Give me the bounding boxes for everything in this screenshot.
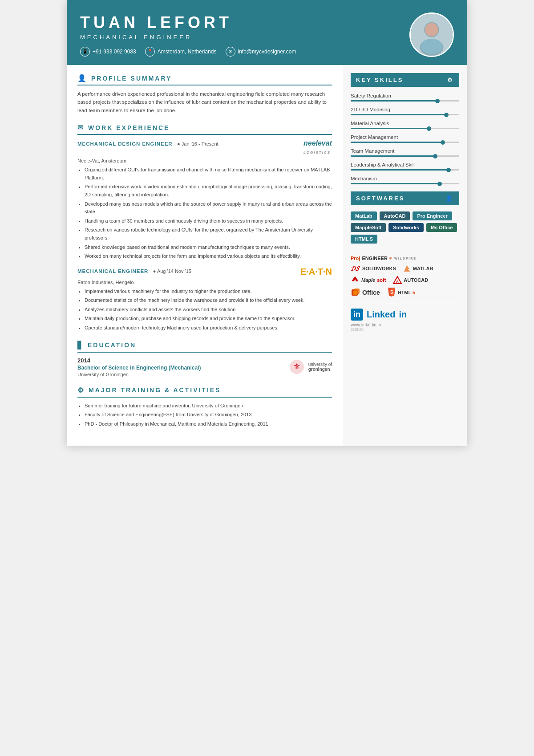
autocad-logo: A AUTOCAD — [393, 276, 428, 284]
education-entry: 2014 Bachelor of Science in Engineering … — [77, 357, 332, 377]
linkedin-row: in Linked in — [351, 309, 459, 321]
training-icon: ⚙ — [77, 386, 85, 394]
phone-icon: 📱 — [80, 47, 90, 57]
linkedin-logo: in — [351, 309, 363, 321]
education-section-title: ▋ EDUCATION — [77, 341, 332, 353]
bullet-2-2: Documented statistics of the machinery i… — [85, 297, 332, 305]
groningen-logo: ⚜ university ofgroningen — [289, 359, 332, 375]
contact-bar: 📱 +91-933 092 9083 📍 Amsterdam, Netherla… — [80, 47, 400, 57]
profile-text: A performance driven experienced profess… — [77, 90, 332, 114]
neele-logo: neelevatLOGISTICS — [303, 139, 332, 155]
linkedin-block: in Linked in www.linkedin.in 2k0k20 — [351, 309, 459, 332]
education-icon: ▋ — [77, 341, 84, 350]
profile-section: 👤 PROFILE SUMMARY A performance driven e… — [77, 74, 332, 114]
logo-row-1: Pro|ENGINEER® WILDFIRE — [351, 256, 459, 261]
job-date-2: ● Aug '14 Nov '15 — [153, 268, 191, 274]
job-title-date-1: MECHANICAL DESIGN ENGINEER ● Jan '16 - P… — [77, 139, 218, 147]
bullet-1-2: Performed extensive work in video motion… — [85, 183, 332, 199]
bullet-1-4: Handling a team of 30 members and contin… — [85, 217, 332, 225]
sw-tag-mapplesoft: MappleSoft — [351, 223, 386, 232]
sw-tag-autocad: AutoCAD — [380, 211, 410, 220]
profile-section-title: 👤 PROFILE SUMMARY — [77, 74, 332, 85]
bullet-2-3: Analyzes machinery conflicts and assists… — [85, 306, 332, 314]
header: TUAN LEFORT MECHANICAL ENGINEER 📱 +91-93… — [67, 0, 467, 65]
skill-mechanism: Mechanism — [351, 176, 459, 184]
skill-safety-regulation: Safety Regulation — [351, 93, 459, 102]
education-section: ▋ EDUCATION 2014 Bachelor of Science in … — [77, 341, 332, 377]
job-company-1: Neele-Vat, Amsterdam — [77, 158, 332, 163]
bullet-2-5: Operate standard/modern technology Machi… — [85, 324, 332, 332]
job-block-2: MECHANICAL ENGINEER ● Aug '14 Nov '15 E·… — [77, 267, 332, 332]
pro-engineer-logo: Pro|ENGINEER® WILDFIRE — [351, 256, 417, 261]
job-company-2: Eaton Industries, Hengelo — [77, 280, 332, 285]
candidate-title: MECHANICAL ENGINEER — [80, 34, 400, 41]
location-icon: 📍 — [145, 47, 155, 57]
sw-tag-html5: HTML 5 — [351, 235, 377, 244]
main-layout: 👤 PROFILE SUMMARY A performance driven e… — [67, 65, 467, 446]
email-text: info@mycvdesigner.com — [238, 49, 296, 55]
training-item-3: PhD - Doctor of Philosophy in Mechanical… — [85, 420, 332, 428]
skill-2d3d-modeling: 2D / 3D Modeling — [351, 107, 459, 115]
neele-logo-container: neelevatLOGISTICS — [303, 139, 332, 155]
eaton-logo: E·A·T·N — [300, 267, 332, 277]
svg-text:5: 5 — [390, 289, 393, 295]
logo-row-4: Office 5 HTML 5 — [351, 288, 459, 297]
location-item: 📍 Amsterdam, Netherlands — [145, 47, 217, 57]
header-text: TUAN LEFORT MECHANICAL ENGINEER 📱 +91-93… — [80, 13, 400, 57]
solidworks-logo: 𝓓𝓢 SOLIDWORKS — [351, 265, 396, 272]
linkedin-url: www.linkedin.in — [351, 322, 459, 327]
job-title-2: MECHANICAL ENGINEER — [77, 268, 148, 274]
svg-text:A: A — [396, 280, 399, 284]
sw-tag-ms-office: Ms Office — [426, 223, 457, 232]
eaton-logo-container: E·A·T·N — [300, 267, 332, 277]
edu-school: University of Groningen — [77, 372, 201, 377]
job-title-1: MECHANICAL DESIGN ENGINEER — [77, 141, 173, 146]
logo-row-3: Maplesoft A AUTOCAD — [351, 276, 459, 284]
profile-photo — [409, 12, 454, 57]
html5-logo: 5 HTML 5 — [387, 288, 416, 297]
watermark: 2k0k20 — [351, 327, 459, 332]
bullet-1-7: Worked on many technical projects for th… — [85, 252, 332, 260]
candidate-name: TUAN LEFORT — [80, 13, 400, 32]
edu-year: 2014 — [77, 357, 201, 364]
phone-number: +91-933 092 9083 — [93, 49, 136, 55]
training-section: ⚙ MAJOR TRAINING & ACTIVITIES Summer tra… — [77, 386, 332, 428]
training-section-title: ⚙ MAJOR TRAINING & ACTIVITIES — [77, 386, 332, 398]
job-header-2: MECHANICAL ENGINEER ● Aug '14 Nov '15 E·… — [77, 267, 332, 279]
location-text: Amsterdam, Netherlands — [158, 49, 217, 55]
svg-point-4 — [421, 39, 443, 54]
bullet-1-3: Developed many business models which are… — [85, 200, 332, 216]
skill-material-analysis: Material Analysis — [351, 121, 459, 129]
email-icon: ✉ — [226, 47, 235, 57]
linkedin-text: Linked — [367, 309, 395, 320]
job-title-date-2: MECHANICAL ENGINEER ● Aug '14 Nov '15 — [77, 267, 191, 275]
email-item: ✉ info@mycvdesigner.com — [226, 47, 296, 57]
skill-project-management: Project Management — [351, 134, 459, 143]
training-item-1: Summer training for future machine and i… — [85, 402, 332, 410]
svg-point-3 — [425, 23, 438, 37]
software-icon: 👤 — [445, 195, 454, 202]
job-date-1: ● Jan '16 - Present — [177, 141, 218, 146]
maplesoft-logo: Maplesoft — [351, 276, 386, 284]
job-bullets-1: Organized different GUI's for transmissi… — [77, 166, 332, 260]
work-icon: ✉ — [77, 123, 85, 132]
sw-tag-pro-engineer: Pro Engineer — [413, 211, 452, 220]
software-logos: Pro|ENGINEER® WILDFIRE 𝓓𝓢 SOLIDWORKS MAT… — [351, 256, 459, 297]
software-tags: MatLab AutoCAD Pro Engineer MappleSoft S… — [351, 211, 459, 244]
job-block-1: MECHANICAL DESIGN ENGINEER ● Jan '16 - P… — [77, 139, 332, 260]
svg-text:⚜: ⚜ — [293, 362, 300, 371]
bullet-2-4: Maintain daily production, purchase and … — [85, 315, 332, 323]
bullet-2-1: Implemented various machinery for the in… — [85, 288, 332, 296]
matlab-logo: MATLAB — [403, 264, 433, 272]
training-list: Summer training for future machine and i… — [77, 402, 332, 428]
divider-1 — [351, 250, 459, 250]
job-header-1: MECHANICAL DESIGN ENGINEER ● Jan '16 - P… — [77, 139, 332, 157]
work-section-title: ✉ WORK EXPERIENCE — [77, 123, 332, 135]
resume-container: TUAN LEFORT MECHANICAL ENGINEER 📱 +91-93… — [67, 0, 467, 446]
profile-icon: 👤 — [77, 74, 88, 82]
office-logo: Office — [351, 288, 380, 297]
linkedin-in: in — [399, 309, 407, 320]
photo-placeholder — [411, 14, 453, 56]
software-section-title: SOFTWARES 👤 — [351, 191, 459, 205]
bullet-1-1: Organized different GUI's for transmissi… — [85, 166, 332, 182]
